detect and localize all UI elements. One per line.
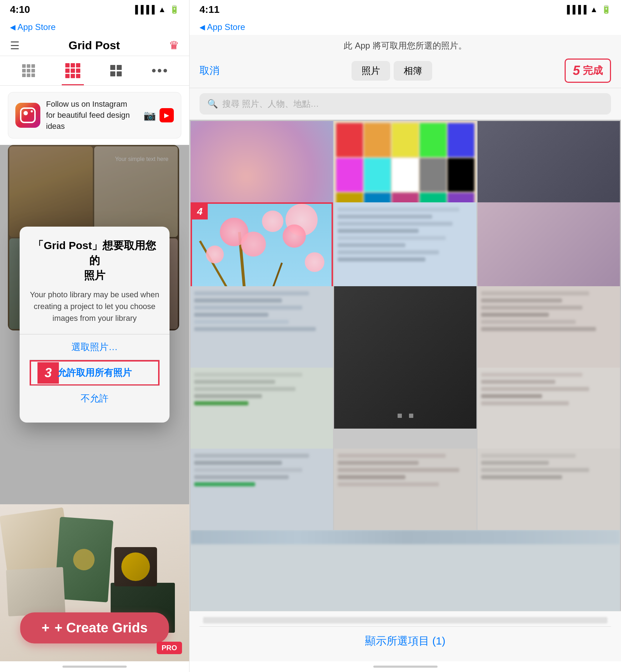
footer-line-1 xyxy=(203,617,607,623)
collage-item-5 xyxy=(114,547,157,586)
step-4-badge: 4 xyxy=(192,204,208,219)
done-label: 完成 xyxy=(583,64,603,77)
allow-all-photos-button[interactable]: 允許取用所有照片 xyxy=(30,360,160,386)
done-button[interactable]: 5 完成 xyxy=(565,59,611,83)
dialog-title: 「Grid Post」想要取用您的照片 xyxy=(30,238,160,283)
home-indicator-right xyxy=(190,661,621,672)
tab-photos[interactable]: 照片 xyxy=(352,61,390,81)
instagram-banner[interactable]: Follow us on Instagram for beautiful fee… xyxy=(8,92,181,138)
dialog-description: Your photo library may be used when crea… xyxy=(30,289,160,324)
crown-icon[interactable]: ♛ xyxy=(169,39,179,52)
wifi-icon-right: ▲ xyxy=(590,5,598,14)
permission-dialog: 「Grid Post」想要取用您的照片 Your photo library m… xyxy=(20,227,170,423)
photo-cell-dark[interactable] xyxy=(334,286,476,429)
dialog-overlay: 「Grid Post」想要取用您的照片 Your photo library m… xyxy=(0,145,189,504)
time-right: 4:11 xyxy=(200,4,219,15)
search-bar-container: 🔍 搜尋 照片、人物、地點… xyxy=(190,88,621,120)
signal-icon-right: ▐▐▐▐ xyxy=(564,5,586,14)
status-icons-left: ▐▐▐▐ ▲ 🔋 xyxy=(132,5,179,14)
tab-albums[interactable]: 相簿 xyxy=(394,61,432,81)
home-indicator-left xyxy=(0,661,189,672)
ig-logo-dot xyxy=(31,110,33,112)
tab-3x3-active[interactable] xyxy=(62,61,84,80)
search-icon: 🔍 xyxy=(207,99,218,109)
picker-tabs: 照片 相簿 xyxy=(352,61,432,81)
app-store-back-left[interactable]: App Store xyxy=(0,19,189,35)
plus-icon: + xyxy=(41,620,49,636)
tab-dots[interactable] xyxy=(148,67,171,75)
instagram-icon[interactable]: 📷 xyxy=(143,110,156,121)
tab-2x2[interactable] xyxy=(107,63,125,79)
signal-icon: ▐▐▐▐ xyxy=(132,5,155,14)
show-selected-button[interactable]: 顯示所選項目 (1) xyxy=(365,635,445,647)
pro-badge: PRO xyxy=(157,642,182,654)
tab-bar xyxy=(0,56,189,86)
play-button[interactable]: ▶ xyxy=(160,108,174,122)
app-store-back-right[interactable]: App Store xyxy=(190,19,621,35)
collage-item-3 xyxy=(6,567,66,616)
time-left: 4:10 xyxy=(10,4,30,15)
status-icons-right: ▐▐▐▐ ▲ 🔋 xyxy=(564,5,611,14)
search-placeholder: 搜尋 照片、人物、地點… xyxy=(222,98,319,110)
right-panel: 4:11 ▐▐▐▐ ▲ 🔋 App Store 此 App 將可取用您所選的照片… xyxy=(189,0,621,672)
search-bar[interactable]: 🔍 搜尋 照片、人物、地點… xyxy=(200,93,611,115)
app-title: Grid Post xyxy=(69,39,120,52)
step-5-badge: 5 xyxy=(573,63,580,78)
picker-message: 此 App 將可取用您所選的照片。 xyxy=(200,40,611,51)
instagram-logo xyxy=(15,103,40,128)
bottom-collage: + + Create Grids PRO xyxy=(0,504,189,661)
wifi-icon: ▲ xyxy=(158,5,166,14)
photo-grid: 4 ✓ xyxy=(190,120,621,611)
status-bar-right: 4:11 ▐▐▐▐ ▲ 🔋 xyxy=(190,0,621,19)
menu-icon[interactable]: ☰ xyxy=(10,39,20,52)
photo-cell-16[interactable] xyxy=(191,530,620,611)
main-content: Your simple text here 「Grid Post」想要取用您的照… xyxy=(0,145,189,504)
select-photos-button[interactable]: 選取照片… xyxy=(30,334,160,360)
bottom-action-bar: 顯示所選項目 (1) xyxy=(200,626,611,656)
status-bar-left: 4:10 ▐▐▐▐ ▲ 🔋 xyxy=(0,0,189,19)
create-grids-button[interactable]: + + Create Grids xyxy=(20,612,169,643)
left-panel: 4:10 ▐▐▐▐ ▲ 🔋 App Store ☰ Grid Post ♛ xyxy=(0,0,189,672)
allow-all-container: 3 允許取用所有照片 xyxy=(30,360,160,386)
photo-picker-header: 此 App 將可取用您所選的照片。 取消 照片 相簿 5 完成 xyxy=(190,35,621,88)
picker-actions: 取消 照片 相簿 5 完成 xyxy=(200,59,611,83)
bottom-area: 顯示所選項目 (1) xyxy=(190,611,621,661)
home-bar-right xyxy=(373,666,438,668)
deny-button[interactable]: 不允許 xyxy=(30,386,160,411)
battery-icon-right: 🔋 xyxy=(601,5,611,14)
create-grids-label: + Create Grids xyxy=(55,620,148,636)
tab-3x3[interactable] xyxy=(19,62,39,79)
bottom-section: + + Create Grids PRO xyxy=(0,504,189,661)
app-header: ☰ Grid Post ♛ xyxy=(0,35,189,56)
home-bar-left xyxy=(62,666,127,668)
cancel-button[interactable]: 取消 xyxy=(200,64,219,77)
battery-icon: 🔋 xyxy=(170,5,179,14)
banner-actions: 📷 ▶ xyxy=(143,108,174,122)
banner-text: Follow us on Instagram for beautiful fee… xyxy=(46,99,138,132)
